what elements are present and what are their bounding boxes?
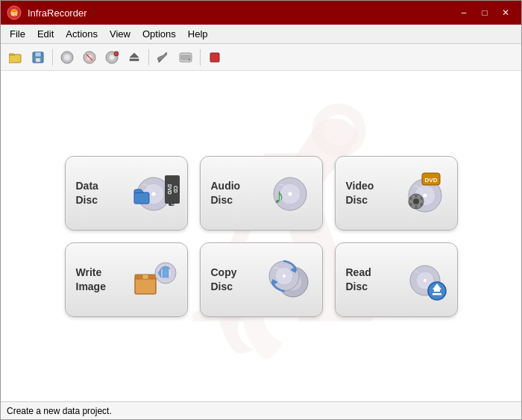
svg-point-47 — [415, 205, 418, 208]
toolbar-sep-1 — [52, 49, 53, 66]
toolbar-sep-3 — [200, 49, 201, 66]
svg-rect-52 — [135, 278, 156, 294]
stop-btn[interactable] — [204, 47, 225, 68]
video-disc-icon: DVD — [399, 168, 450, 219]
audio-disc-button[interactable]: AudioDisc ♪ — [200, 156, 323, 231]
status-bar: Create a new data project. — [1, 401, 521, 419]
verify-btn[interactable] — [101, 47, 122, 68]
video-disc-button[interactable]: VideoDisc DVD — [335, 156, 458, 231]
window-controls: – □ ✕ — [454, 5, 515, 20]
write-image-label: WriteImage — [76, 266, 106, 292]
toolbar — [1, 44, 521, 71]
data-disc-icon: CD DVD CD DVD — [129, 168, 180, 219]
svg-marker-19 — [130, 53, 139, 57]
app-title: InfraRecorder — [28, 7, 454, 19]
open-folder-btn[interactable] — [5, 47, 26, 68]
eject-btn[interactable] — [124, 47, 145, 68]
menu-edit[interactable]: Edit — [31, 27, 60, 41]
svg-point-46 — [415, 195, 418, 198]
svg-point-49 — [420, 197, 423, 200]
svg-point-18 — [114, 51, 119, 56]
svg-rect-23 — [181, 55, 190, 60]
svg-text:IR: IR — [11, 10, 17, 17]
svg-rect-4 — [9, 54, 21, 63]
menu-actions[interactable]: Actions — [60, 27, 104, 41]
svg-point-45 — [413, 198, 419, 204]
svg-point-27 — [318, 109, 360, 151]
svg-point-24 — [189, 59, 190, 60]
svg-rect-20 — [130, 59, 139, 61]
read-disc-icon — [399, 254, 450, 305]
maximize-button[interactable]: □ — [475, 5, 494, 20]
svg-point-50 — [409, 203, 412, 206]
video-disc-label: VideoDisc — [346, 179, 374, 206]
save-btn[interactable] — [28, 47, 48, 68]
read-disc-button[interactable]: ReadDisc — [335, 242, 458, 317]
svg-rect-73 — [433, 293, 441, 295]
copy-disc-label: CopyDisc — [211, 266, 237, 292]
minimize-button[interactable]: – — [454, 5, 474, 20]
audio-disc-icon: ♪ — [264, 168, 315, 219]
copy-disc-button[interactable]: CopyDisc — [200, 242, 323, 317]
svg-rect-31 — [134, 192, 149, 204]
audio-disc-label: AudioDisc — [211, 179, 241, 206]
svg-text:♪: ♪ — [274, 184, 284, 207]
tools-btn[interactable] — [153, 47, 174, 68]
svg-text:DVD: DVD — [424, 177, 437, 184]
cd-dvd-badge: CD DVD — [165, 175, 180, 204]
burn-cd-btn[interactable] — [57, 47, 78, 68]
read-disc-label: ReadDisc — [346, 266, 371, 292]
menu-view[interactable]: View — [104, 27, 136, 41]
write-image-icon — [129, 254, 180, 305]
copy-disc-icon — [264, 254, 315, 305]
menu-options[interactable]: Options — [136, 27, 182, 41]
toolbar-sep-2 — [148, 49, 149, 66]
title-bar: IR InfraRecorder – □ ✕ — [1, 1, 521, 25]
erase-btn[interactable] — [79, 47, 100, 68]
write-image-button[interactable]: WriteImage — [65, 242, 188, 317]
menu-bar: File Edit Actions View Options Help — [1, 25, 521, 44]
menu-file[interactable]: File — [4, 27, 31, 41]
svg-rect-7 — [36, 58, 40, 62]
action-grid: DataDisc CD D — [65, 156, 458, 317]
svg-point-17 — [111, 56, 113, 58]
close-button[interactable]: ✕ — [496, 5, 515, 20]
svg-rect-25 — [210, 53, 219, 62]
drive-btn[interactable] — [175, 47, 196, 68]
menu-help[interactable]: Help — [182, 27, 214, 41]
data-disc-label: DataDisc — [76, 179, 98, 206]
svg-point-51 — [420, 203, 423, 206]
svg-rect-72 — [434, 289, 440, 292]
main-window: IR InfraRecorder – □ ✕ File Edit Actions… — [0, 0, 522, 420]
svg-rect-6 — [35, 52, 41, 57]
svg-rect-54 — [142, 275, 148, 279]
svg-point-10 — [66, 56, 69, 58]
app-logo: IR — [7, 5, 22, 20]
svg-point-48 — [409, 197, 412, 200]
data-disc-button[interactable]: DataDisc CD D — [65, 156, 188, 231]
main-content: A DataDisc — [1, 71, 521, 401]
status-text: Create a new data project. — [7, 406, 112, 416]
